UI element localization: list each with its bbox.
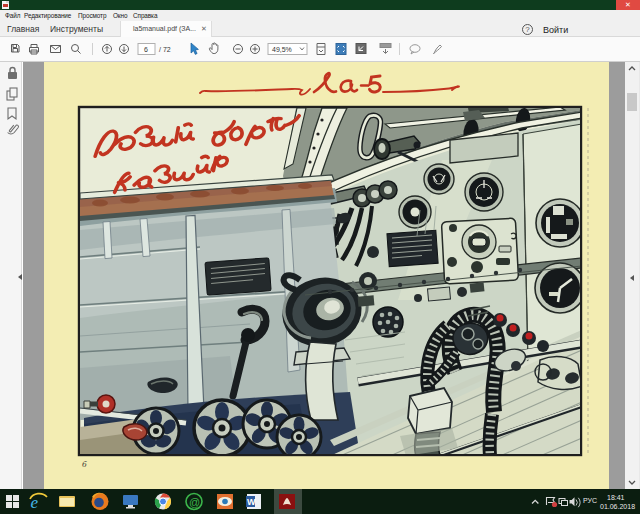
svg-text:49,5%: 49,5%: [272, 46, 292, 53]
svg-text:6: 6: [144, 46, 148, 53]
svg-text:W: W: [247, 497, 256, 507]
svg-text:@: @: [189, 496, 200, 508]
svg-text:б: б: [82, 459, 87, 469]
svg-text:/ 72: / 72: [159, 46, 171, 53]
